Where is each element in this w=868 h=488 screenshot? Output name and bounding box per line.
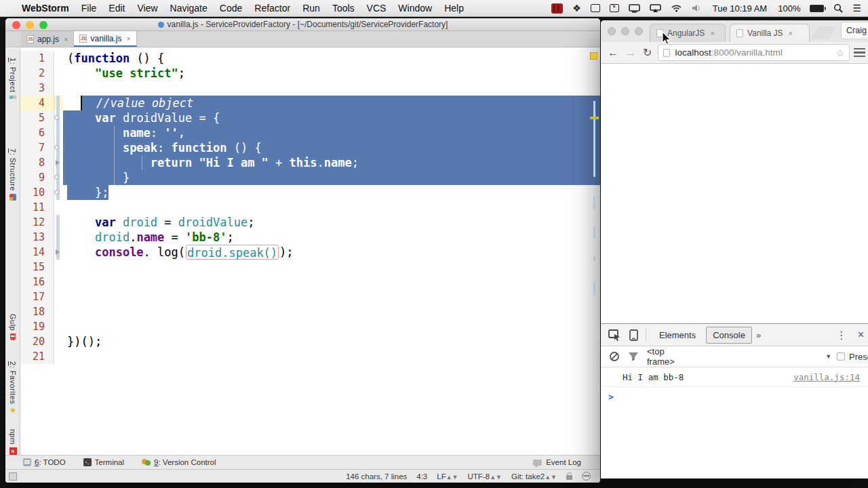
code-line-14[interactable]: 14 console. log(droid.speak());	[20, 245, 600, 260]
code-line-4[interactable]: 4 //value object	[20, 96, 600, 110]
error-stripe[interactable]	[589, 48, 600, 455]
display-icon[interactable]	[629, 4, 640, 13]
code-line-12[interactable]: 12 var droid = droidValue;	[20, 215, 600, 230]
new-tab-button[interactable]	[811, 26, 835, 39]
tool-button-terminal[interactable]: >_Terminal	[83, 458, 124, 466]
code-line-1[interactable]: 1(function () {	[20, 51, 600, 66]
zoom-button[interactable]	[39, 21, 47, 29]
code-line-9[interactable]: 9 }	[20, 170, 600, 185]
preserve-log-checkbox[interactable]	[837, 352, 845, 361]
profile-button[interactable]: Craig	[841, 22, 868, 39]
fold-handle-icon[interactable]	[54, 175, 59, 180]
code-line-6[interactable]: 6 name: '',	[20, 125, 600, 140]
bookmark-star-icon[interactable]: ☆	[835, 47, 844, 58]
tool-button-versioncontrol[interactable]: 9: Version Control	[142, 458, 216, 466]
code-line-13[interactable]: 13 droid.name = 'bb-8';	[20, 230, 600, 245]
menubar-app-name[interactable]: WebStorm	[22, 3, 69, 14]
code-line-17[interactable]: 17	[20, 289, 600, 304]
fold-handle-icon[interactable]	[54, 145, 59, 150]
browser-tab-angularjs[interactable]: AngularJS×	[650, 24, 726, 42]
devtools-menu-icon[interactable]: ⋮	[836, 329, 847, 342]
tool-button-project[interactable]: 1: ProjectWS	[5, 58, 20, 100]
fold-handle-icon[interactable]	[54, 115, 59, 120]
code-line-21[interactable]: 21	[20, 349, 600, 364]
fold-arrow-icon[interactable]	[56, 160, 60, 165]
menubar-item-view[interactable]: View	[137, 3, 157, 14]
console-prompt[interactable]: >	[608, 392, 868, 402]
menubar-item-code[interactable]: Code	[220, 3, 242, 14]
dropbox-icon[interactable]: ❖	[572, 3, 581, 14]
window-controls[interactable]	[12, 21, 47, 29]
inspect-element-icon[interactable]	[608, 329, 621, 341]
zoom-button[interactable]	[635, 27, 643, 35]
device-toolbar-icon[interactable]	[629, 329, 639, 341]
browser-tab-vanilla-js[interactable]: Vanilla JS×	[730, 24, 810, 42]
menubar-item-navigate[interactable]: Navigate	[170, 3, 208, 14]
chrome-menu-icon[interactable]	[854, 48, 865, 57]
menubar-item-file[interactable]: File	[81, 3, 97, 14]
fold-arrow-icon[interactable]	[56, 249, 60, 255]
close-tab-icon[interactable]: ×	[127, 35, 131, 43]
menubar-item-tools[interactable]: Tools	[332, 3, 355, 14]
minimize-button[interactable]	[26, 21, 34, 29]
event-log-button[interactable]: Event Log	[533, 458, 581, 466]
close-button[interactable]	[608, 27, 616, 35]
minimize-button[interactable]	[621, 27, 629, 35]
tool-button-gulp[interactable]: Gulp	[5, 314, 20, 340]
code-line-10[interactable]: 10 };	[20, 185, 600, 200]
devtools-tab-elements[interactable]: Elements	[653, 327, 702, 343]
clear-console-icon[interactable]	[609, 351, 620, 362]
notification-center-icon[interactable]: ☰	[852, 3, 861, 14]
editor-tab-app.js[interactable]: JSapp.js×	[21, 31, 74, 47]
forward-button[interactable]: →	[625, 47, 636, 59]
menubar-item-vcs[interactable]: VCS	[367, 3, 387, 14]
page-viewport[interactable]	[601, 64, 868, 323]
code-line-18[interactable]: 18	[20, 304, 600, 319]
code-line-3[interactable]: 3	[20, 81, 600, 96]
chrome-window-controls[interactable]	[608, 27, 643, 35]
code-line-8[interactable]: 8 return "Hi I am " + this.name;	[20, 155, 600, 170]
devtools-tab-console[interactable]: Console	[706, 327, 752, 344]
webstorm-titlebar[interactable]: vanilla.js - ServiceProviderFactory - [~…	[5, 18, 600, 31]
battery-icon[interactable]	[810, 5, 824, 12]
close-tab-icon[interactable]: ×	[710, 29, 714, 37]
menubar-item-refactor[interactable]: Refactor	[254, 3, 290, 14]
status-git-branch[interactable]: Git: take2▲▼	[511, 472, 557, 481]
statusbar-toggle-icon[interactable]	[9, 472, 17, 481]
editor-area[interactable]: 1(function () {2 "use strict";34 //value…	[20, 48, 600, 455]
more-tabs-icon[interactable]: »	[756, 330, 761, 340]
code-line-19[interactable]: 19	[20, 319, 600, 334]
devtools-close-icon[interactable]: ×	[858, 329, 864, 341]
fold-handle-icon[interactable]	[54, 190, 59, 195]
code-line-16[interactable]: 16	[20, 274, 600, 289]
tool-button-todo[interactable]: 6: TODO	[23, 458, 66, 466]
wifi-icon[interactable]	[671, 4, 682, 12]
airplay-icon[interactable]	[650, 4, 661, 13]
window-manager-icon[interactable]	[591, 4, 600, 12]
menubar-clock[interactable]: Tue 10:19 AM	[713, 3, 767, 14]
editor-tab-vanilla.js[interactable]: JSvanilla.js×	[74, 31, 136, 47]
code-line-5[interactable]: 5 var droidValue = {	[20, 110, 600, 125]
spotlight-icon[interactable]	[833, 3, 843, 13]
back-button[interactable]: ←	[608, 47, 618, 59]
frame-selector[interactable]: <top frame> ▼	[647, 346, 831, 367]
close-tab-icon[interactable]: ×	[64, 35, 68, 43]
tool-button-favorites[interactable]: 2: Favorites★	[5, 361, 20, 413]
readonly-lock-icon[interactable]	[566, 475, 572, 480]
console-log-source-link[interactable]: vanilla.js:14	[793, 372, 860, 382]
status-caret-position[interactable]: 4:3	[416, 472, 427, 481]
status-encoding[interactable]: UTF-8▲▼	[468, 472, 502, 481]
code-line-15[interactable]: 15	[20, 260, 600, 274]
menubar-item-window[interactable]: Window	[398, 3, 432, 14]
code-line-20[interactable]: 20})();	[20, 334, 600, 349]
close-button[interactable]	[12, 21, 20, 29]
menubar-item-run[interactable]: Run	[302, 3, 320, 14]
screen-recorder-icon[interactable]	[551, 3, 563, 14]
status-line-ending[interactable]: LF▲▼	[437, 472, 458, 481]
tool-button-npm[interactable]: npmn	[5, 429, 20, 455]
close-tab-icon[interactable]: ×	[788, 29, 792, 37]
code-line-2[interactable]: 2 "use strict";	[20, 66, 600, 81]
inspections-hector-icon[interactable]	[582, 472, 591, 481]
menubar-item-help[interactable]: Help	[444, 3, 464, 14]
volume-muted-icon[interactable]	[692, 4, 702, 12]
